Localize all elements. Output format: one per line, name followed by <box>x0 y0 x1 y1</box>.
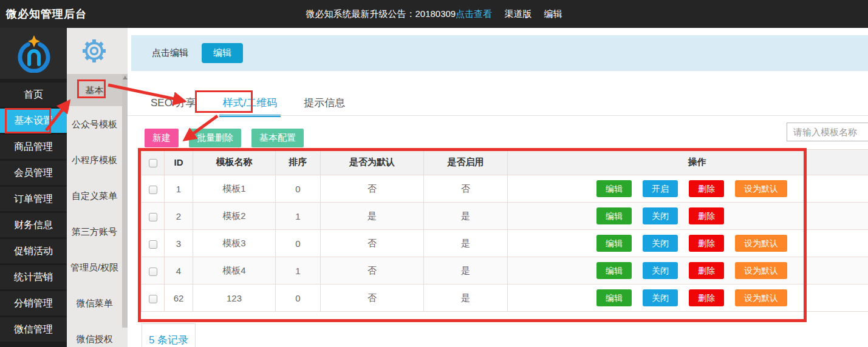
notice-date: 20180309 <box>415 8 456 19</box>
sidebar-menu: 首页基本设置商品管理会员管理订单管理财务信息促销活动统计营销分销管理微信管理 <box>0 83 67 343</box>
table-cell: 62 <box>165 285 193 312</box>
batch-delete-button[interactable]: 批量删除 <box>189 129 241 147</box>
row-checkbox[interactable] <box>149 186 157 194</box>
select-all-checkbox[interactable] <box>149 159 157 167</box>
submenu-item[interactable]: 小程序模板 <box>67 142 122 178</box>
sidebar-item[interactable]: 统计营销 <box>0 265 67 289</box>
sidebar-item[interactable]: 商品管理 <box>0 135 67 159</box>
table-cell: 1 <box>276 257 321 285</box>
tabs-divider <box>128 115 868 116</box>
topbar-notice: 微必知系统最新升级公告：20180309点击查看 渠道版 编辑 <box>0 0 868 28</box>
main-content: 点击编辑 编辑 SEO/分享样式/二维码提示信息 新建 批量删除 基本配置 ID… <box>128 28 868 347</box>
action-button[interactable]: 关闭 <box>643 262 678 279</box>
edit-button[interactable]: 编辑 <box>202 43 243 63</box>
toolbar: 新建 批量删除 基本配置 <box>145 129 304 147</box>
gear-icon[interactable] <box>81 38 108 67</box>
table-cell: 4 <box>165 257 193 285</box>
action-button[interactable]: 编辑 <box>596 180 632 197</box>
sidebar-item[interactable]: 微信管理 <box>0 317 67 342</box>
action-button[interactable]: 编辑 <box>596 235 632 252</box>
table-cell: 否 <box>321 175 424 203</box>
submenu-scrollbar[interactable] <box>122 74 128 328</box>
submenu-item[interactable]: 微信菜单 <box>67 285 122 321</box>
new-button[interactable]: 新建 <box>145 129 179 147</box>
action-button[interactable]: 删除 <box>689 180 724 197</box>
table-cell: 1 <box>276 203 321 230</box>
actions-cell: 编辑关闭删除设为默认 <box>508 285 868 312</box>
basic-config-button[interactable]: 基本配置 <box>251 129 304 147</box>
action-button[interactable]: 开启 <box>643 180 678 197</box>
table-cell: 否 <box>321 257 424 285</box>
action-button[interactable]: 编辑 <box>596 262 632 279</box>
channel-version-link[interactable]: 渠道版 <box>504 8 531 19</box>
search-input[interactable] <box>787 123 868 141</box>
table-cell: 否 <box>321 285 424 312</box>
row-checkbox[interactable] <box>149 295 157 303</box>
notice-view-link[interactable]: 点击查看 <box>456 8 492 19</box>
action-button[interactable]: 设为默认 <box>735 235 787 252</box>
row-checkbox[interactable] <box>149 213 157 221</box>
logo-block <box>0 28 67 79</box>
scroll-up-icon[interactable] <box>123 76 128 79</box>
action-button[interactable]: 编辑 <box>596 289 632 306</box>
sidebar-item[interactable]: 财务信息 <box>0 213 67 237</box>
submenu-item[interactable]: 自定义菜单 <box>67 178 122 214</box>
table-cell: 模板2 <box>193 203 276 230</box>
row-checkbox[interactable] <box>149 240 157 249</box>
action-button[interactable]: 删除 <box>689 262 724 279</box>
table-cell: 是 <box>424 285 508 312</box>
tab[interactable]: 样式/二维码 <box>223 96 278 117</box>
action-button[interactable]: 删除 <box>689 207 724 224</box>
topbar-edit-link[interactable]: 编辑 <box>544 8 562 19</box>
action-button[interactable]: 关闭 <box>643 207 678 224</box>
action-button[interactable]: 删除 <box>689 235 724 252</box>
notice-text: 微必知系统最新升级公告： <box>306 8 415 19</box>
actions-cell: 编辑关闭删除设为默认 <box>508 230 868 257</box>
admin-page: 微必知管理后台 微必知系统最新升级公告：20180309点击查看 渠道版 编辑 … <box>0 0 868 347</box>
table-cell: 是 <box>424 203 508 230</box>
table-row: 2模板21是是编辑关闭删除 <box>142 203 868 230</box>
tab[interactable]: 提示信息 <box>304 96 345 117</box>
table-cell: 模板3 <box>193 230 276 257</box>
action-button[interactable]: 编辑 <box>596 207 632 224</box>
sidebar-item[interactable]: 订单管理 <box>0 187 67 211</box>
edit-hint-bar: 点击编辑 编辑 <box>131 35 868 71</box>
action-button[interactable]: 设为默认 <box>735 262 787 279</box>
table-cell: 模板1 <box>193 175 276 203</box>
submenu-item[interactable]: 基本 <box>67 74 122 106</box>
column-header: 是否为默认 <box>321 150 424 175</box>
tabs: SEO/分享样式/二维码提示信息 <box>151 96 345 117</box>
submenu-item[interactable]: 管理员/权限 <box>67 249 122 285</box>
table-row: 621230否是编辑关闭删除设为默认 <box>142 285 868 312</box>
column-header: ID <box>165 150 193 175</box>
table-row: 4模板41否是编辑关闭删除设为默认 <box>142 257 868 285</box>
table-head: ID模板名称排序是否为默认是否启用操作 <box>142 150 868 175</box>
table-header-row: ID模板名称排序是否为默认是否启用操作 <box>142 150 868 175</box>
table-cell: 是 <box>424 230 508 257</box>
table-cell: 是 <box>424 257 508 285</box>
edit-hint-text: 点击编辑 <box>152 47 188 59</box>
tab[interactable]: SEO/分享 <box>151 96 196 117</box>
sidebar-item[interactable]: 会员管理 <box>0 161 67 185</box>
sidebar-item[interactable]: 促销活动 <box>0 239 67 263</box>
table-cell: 0 <box>276 230 321 257</box>
submenu: 基本公众号模板小程序模板自定义菜单第三方账号管理员/权限微信菜单微信授权 <box>67 28 128 347</box>
table-cell: 1 <box>165 175 193 203</box>
submenu-list: 基本公众号模板小程序模板自定义菜单第三方账号管理员/权限微信菜单微信授权 <box>67 74 122 347</box>
action-button[interactable]: 关闭 <box>643 289 678 306</box>
action-button[interactable]: 设为默认 <box>735 180 787 197</box>
row-checkbox[interactable] <box>149 268 157 276</box>
sidebar-item[interactable]: 首页 <box>0 83 67 107</box>
sidebar-item[interactable]: 分销管理 <box>0 291 67 315</box>
action-button[interactable]: 关闭 <box>643 235 678 252</box>
table-cell: 123 <box>193 285 276 312</box>
table-cell: 否 <box>321 230 424 257</box>
action-button[interactable]: 删除 <box>689 289 724 306</box>
submenu-item[interactable]: 微信授权 <box>67 321 122 347</box>
table-cell: 否 <box>424 175 508 203</box>
sidebar-item[interactable]: 基本设置 <box>0 109 67 133</box>
submenu-item[interactable]: 公众号模板 <box>67 106 122 142</box>
action-button[interactable]: 设为默认 <box>735 289 787 306</box>
submenu-item[interactable]: 第三方账号 <box>67 214 122 249</box>
table-cell: 3 <box>165 230 193 257</box>
